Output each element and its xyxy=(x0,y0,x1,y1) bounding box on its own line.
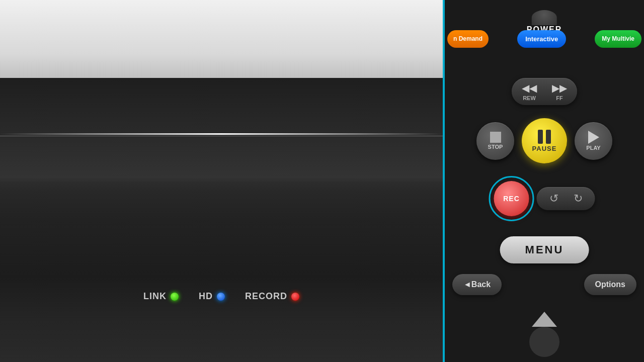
interactive-button[interactable]: Interactive xyxy=(517,30,566,48)
back-label: ◄Back xyxy=(463,280,491,289)
bg-device xyxy=(0,78,443,362)
rew-ff-row: ◀◀ REW ▶▶ FF xyxy=(512,78,577,105)
rew-button[interactable]: ◀◀ REW xyxy=(522,82,537,101)
pause-icon xyxy=(538,130,551,144)
hd-indicator: HD xyxy=(199,291,225,302)
dpad-up-icon[interactable] xyxy=(532,312,557,327)
skip-back-icon[interactable]: ↺ xyxy=(549,192,558,205)
rew-ff-control: ◀◀ REW ▶▶ FF xyxy=(512,78,577,105)
demand-button[interactable]: n Demand xyxy=(447,30,489,48)
rec-label: REC xyxy=(503,195,520,203)
record-indicator: RECORD xyxy=(245,291,299,302)
pause-button[interactable]: PAUSE xyxy=(522,118,567,163)
status-indicators: LINK HD RECORD xyxy=(143,291,299,302)
skip-fwd-icon[interactable]: ↻ xyxy=(574,192,583,205)
pause-bar-right xyxy=(546,130,551,144)
ff-icon: ▶▶ xyxy=(552,82,567,94)
device-highlight xyxy=(0,133,443,135)
record-label: RECORD xyxy=(245,291,287,302)
menu-label: MENU xyxy=(525,243,564,256)
device-slot xyxy=(0,136,443,136)
rec-skip-row: REC ↺ ↻ xyxy=(494,181,595,216)
ff-label: FF xyxy=(556,95,562,101)
pause-label: PAUSE xyxy=(532,145,557,152)
options-label: Options xyxy=(595,280,625,289)
back-button[interactable]: ◄Back xyxy=(452,274,502,295)
back-options-row: ◄Back Options xyxy=(445,274,644,295)
power-button-top xyxy=(532,10,557,25)
dpad xyxy=(514,312,575,362)
stop-button[interactable]: STOP xyxy=(476,122,514,160)
remote-panel: POWER n Demand Interactive My Multivie ◀… xyxy=(445,0,644,362)
stop-icon xyxy=(490,132,501,143)
play-icon xyxy=(588,131,599,144)
bg-top xyxy=(0,0,443,78)
transport-row: STOP PAUSE PLAY xyxy=(476,118,612,163)
play-button[interactable]: PLAY xyxy=(575,122,612,160)
multiview-button[interactable]: My Multivie xyxy=(595,30,641,48)
ff-button[interactable]: ▶▶ FF xyxy=(552,82,567,101)
dpad-center[interactable] xyxy=(529,327,559,357)
stop-label: STOP xyxy=(488,144,503,150)
rew-label: REW xyxy=(523,95,536,101)
skip-control: ↺ ↻ xyxy=(537,187,595,210)
hd-dot xyxy=(217,293,225,301)
link-label: LINK xyxy=(143,291,167,302)
record-dot xyxy=(291,293,299,301)
rew-icon: ◀◀ xyxy=(522,82,537,94)
link-dot xyxy=(171,293,179,301)
pause-bar-left xyxy=(538,130,543,144)
menu-button[interactable]: MENU xyxy=(500,236,589,263)
options-button[interactable]: Options xyxy=(584,274,636,295)
rec-button[interactable]: REC xyxy=(494,181,529,216)
rec-wrapper: REC xyxy=(494,181,529,216)
dvr-panel: LINK HD RECORD xyxy=(0,0,443,362)
hd-label: HD xyxy=(199,291,213,302)
link-indicator: LINK xyxy=(143,291,179,302)
play-label: PLAY xyxy=(586,145,600,151)
colored-buttons-row: n Demand Interactive My Multivie xyxy=(445,30,644,48)
